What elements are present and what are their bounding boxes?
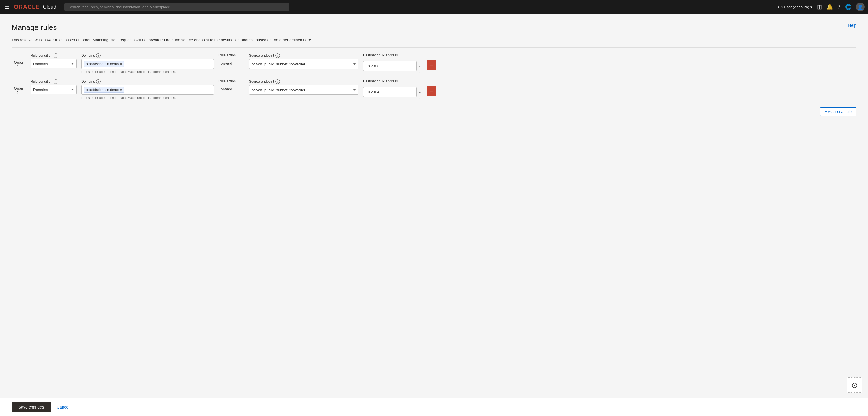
rule-action-value-2: Forward xyxy=(218,85,244,94)
chevron-down-icon-1[interactable]: ⌄ xyxy=(418,69,422,73)
order-label-2: Order 2 . xyxy=(11,79,26,95)
source-endpoint-info-icon-2[interactable]: i xyxy=(275,79,280,84)
page-container: Manage rules Help This resolver will ans… xyxy=(0,14,868,397)
source-endpoint-select-1[interactable]: ocivcn_public_subnet_forwarder xyxy=(249,59,359,69)
rule-condition-group-1: Rule condition i Domains Client subnet xyxy=(31,53,76,68)
source-endpoint-group-2: Source endpoint i ocivcn_public_subnet_f… xyxy=(249,79,359,95)
notification-bell-icon[interactable]: 🔔 xyxy=(827,4,833,10)
domain-tag-1: ociaddsdomain.demo × xyxy=(84,61,124,67)
domains-group-2: Domains i ociaddsdomain.demo × Press ent… xyxy=(81,79,214,99)
dest-ip-label-1: Destination IP address xyxy=(363,53,422,57)
source-endpoint-info-icon-1[interactable]: i xyxy=(275,53,280,58)
rule-action-value-1: Forward xyxy=(218,59,244,68)
source-endpoint-label-2: Source endpoint i xyxy=(249,79,359,84)
description-text: This resolver will answer rules based on… xyxy=(11,38,857,42)
region-label: US East (Ashburn) xyxy=(778,5,809,9)
chevron-up-icon-2[interactable]: ⌃ xyxy=(418,91,422,95)
chevron-down-icon-2[interactable]: ⌄ xyxy=(418,95,422,99)
rule-action-group-2: Rule action Forward xyxy=(218,79,244,94)
dest-ip-group-1: Destination IP address ⌃ ⌄ xyxy=(363,53,422,73)
order-text-2: Order xyxy=(14,86,23,91)
add-rule-button[interactable]: + Additional rule xyxy=(820,107,857,116)
source-endpoint-select-2[interactable]: ocivcn_public_subnet_forwarder xyxy=(249,85,359,95)
dest-ip-label-2: Destination IP address xyxy=(363,79,422,83)
rule-row: Order 1 . Rule condition i Domains Clien… xyxy=(11,53,857,73)
page-title: Manage rules xyxy=(11,23,57,32)
add-rule-label: + Additional rule xyxy=(825,109,851,114)
domain-input-2[interactable] xyxy=(126,88,211,92)
domain-hint-2: Press enter after each domain. Maximum o… xyxy=(81,96,214,99)
rule-condition-info-icon-2[interactable]: i xyxy=(54,79,58,84)
rule-condition-label-2: Rule condition i xyxy=(31,79,76,84)
domains-info-icon-1[interactable]: i xyxy=(96,53,100,58)
domain-input-1[interactable] xyxy=(126,62,211,66)
rule-action-label-1: Rule action xyxy=(218,53,244,57)
dest-ip-input-2[interactable] xyxy=(363,87,417,97)
rule-row-2: Order 2 . Rule condition i Domains Clien… xyxy=(11,79,857,99)
domains-label-2: Domains i xyxy=(81,79,214,84)
order-text-1: Order xyxy=(14,60,23,65)
source-endpoint-group-1: Source endpoint i ocivcn_public_subnet_f… xyxy=(249,53,359,69)
domain-input-wrapper-1[interactable]: ociaddsdomain.demo × xyxy=(81,59,214,69)
language-globe-icon[interactable]: 🌐 xyxy=(845,4,851,10)
remove-rule-button-1[interactable]: − xyxy=(427,60,436,70)
domain-hint-1: Press enter after each domain. Maximum o… xyxy=(81,70,214,73)
rule-condition-label-1: Rule condition i xyxy=(31,53,76,58)
order-num-1: 1 . xyxy=(17,65,21,69)
help-link[interactable]: Help xyxy=(848,23,857,28)
divider xyxy=(11,47,857,47)
rule-action-label-2: Rule action xyxy=(218,79,244,83)
help-widget[interactable]: ⊙ xyxy=(847,377,862,393)
domain-tag-close-2[interactable]: × xyxy=(120,88,122,92)
search-input[interactable] xyxy=(64,3,289,11)
search-container xyxy=(64,3,289,11)
dest-ip-input-1[interactable] xyxy=(363,61,417,71)
rule-action-group-1: Rule action Forward xyxy=(218,53,244,68)
help-question-icon[interactable]: ? xyxy=(837,4,840,10)
rule-condition-select-2[interactable]: Domains Client subnet xyxy=(31,85,76,94)
oracle-wordmark: ORACLE xyxy=(14,4,40,10)
source-endpoint-label-1: Source endpoint i xyxy=(249,53,359,58)
rule-condition-select-1[interactable]: Domains Client subnet xyxy=(31,59,76,68)
help-widget-icon: ⊙ xyxy=(851,381,858,390)
chevron-up-icon-1[interactable]: ⌃ xyxy=(418,65,422,69)
hamburger-menu-icon[interactable]: ☰ xyxy=(3,3,10,11)
region-chevron-icon: ▾ xyxy=(810,5,812,9)
domain-tag-2: ociaddsdomain.demo × xyxy=(84,87,124,93)
domain-tag-text-1: ociaddsdomain.demo xyxy=(86,62,119,66)
dest-ip-group-2: Destination IP address ⌃ ⌄ xyxy=(363,79,422,99)
page-header: Manage rules Help xyxy=(11,23,857,32)
dev-tools-icon[interactable]: ◫ xyxy=(817,4,822,10)
domains-info-icon-2[interactable]: i xyxy=(96,79,100,84)
top-navigation: ☰ ORACLE Cloud US East (Ashburn) ▾ ◫ 🔔 ?… xyxy=(0,0,868,14)
domain-input-wrapper-2[interactable]: ociaddsdomain.demo × xyxy=(81,85,214,95)
cloud-label: Cloud xyxy=(43,4,56,10)
domain-tag-close-1[interactable]: × xyxy=(120,62,122,66)
domains-group-1: Domains i ociaddsdomain.demo × Press ent… xyxy=(81,53,214,73)
domains-label-1: Domains i xyxy=(81,53,214,58)
order-num-2: 2 . xyxy=(17,91,21,95)
region-selector[interactable]: US East (Ashburn) ▾ xyxy=(778,5,812,9)
rules-container: Order 1 . Rule condition i Domains Clien… xyxy=(11,53,857,105)
topnav-right-section: US East (Ashburn) ▾ ◫ 🔔 ? 🌐 👤 xyxy=(778,3,865,11)
domain-tag-text-2: ociaddsdomain.demo xyxy=(86,88,119,92)
dest-ip-chevrons-2: ⌃ ⌄ xyxy=(418,85,422,99)
rule-condition-info-icon-1[interactable]: i xyxy=(54,53,58,58)
rule-condition-group-2: Rule condition i Domains Client subnet xyxy=(31,79,76,94)
user-avatar[interactable]: 👤 xyxy=(856,3,865,11)
remove-rule-button-2[interactable]: − xyxy=(427,86,436,96)
oracle-logo: ORACLE Cloud xyxy=(14,4,56,10)
dest-ip-chevrons-1: ⌃ ⌄ xyxy=(418,59,422,73)
add-rule-container: + Additional rule xyxy=(11,107,857,116)
order-label-1: Order 1 . xyxy=(11,53,26,69)
